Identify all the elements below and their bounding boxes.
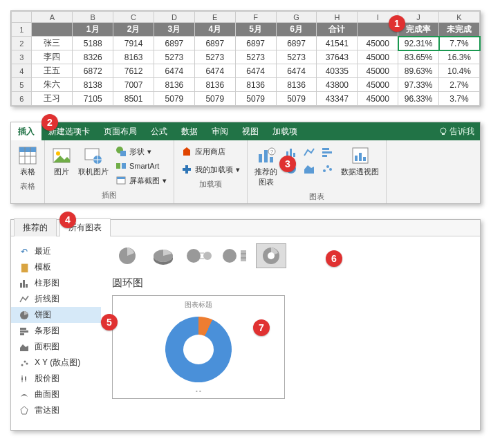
- cell[interactable]: 8163: [113, 50, 154, 64]
- cell[interactable]: 5079: [154, 92, 195, 106]
- cell[interactable]: 6474: [154, 64, 195, 78]
- cell[interactable]: 10.4%: [439, 64, 480, 78]
- screenshot-button[interactable]: 屏幕截图▾: [114, 174, 168, 187]
- cell[interactable]: 3月: [154, 23, 195, 37]
- cell[interactable]: 合计: [317, 23, 358, 37]
- tab-recommended-charts[interactable]: 推荐的: [14, 218, 57, 236]
- pivot-chart-button[interactable]: 数据透视图: [340, 144, 380, 178]
- tab-layout[interactable]: 页面布局: [97, 122, 144, 140]
- pictures-button[interactable]: 图片: [50, 144, 73, 178]
- cell[interactable]: 40335: [317, 64, 358, 78]
- scatter-chart-button[interactable]: [319, 161, 335, 176]
- cell[interactable]: 5079: [235, 92, 276, 106]
- cell[interactable]: 8136: [276, 78, 317, 92]
- cell[interactable]: 王五: [32, 64, 73, 78]
- cell-selected[interactable]: 92.31%: [398, 37, 439, 50]
- cell[interactable]: 8136: [194, 78, 235, 92]
- cell[interactable]: 5273: [194, 50, 235, 64]
- tab-addins[interactable]: 加载项: [266, 122, 304, 140]
- tables-button[interactable]: 表格: [17, 144, 39, 178]
- cell[interactable]: 7914: [113, 37, 154, 50]
- tab-data[interactable]: 数据: [174, 122, 205, 140]
- sidebar-item-area[interactable]: 面积图: [11, 339, 101, 355]
- cell[interactable]: 6872: [73, 64, 113, 78]
- cell[interactable]: 6月: [276, 23, 317, 37]
- cell[interactable]: 96.33%: [398, 92, 439, 106]
- cell[interactable]: 45000: [358, 78, 398, 92]
- cell[interactable]: 43800: [317, 78, 358, 92]
- cell[interactable]: 37643: [317, 50, 358, 64]
- cell[interactable]: [32, 23, 73, 37]
- cell[interactable]: 8136: [154, 78, 195, 92]
- line-chart-button[interactable]: [301, 144, 317, 160]
- cell[interactable]: 5273: [235, 50, 276, 64]
- col-header[interactable]: C: [113, 12, 154, 23]
- subtype-pie-of-pie[interactable]: [184, 243, 214, 268]
- sidebar-item-recent[interactable]: ↶最近: [11, 243, 101, 259]
- smartart-button[interactable]: SmartArt: [114, 159, 168, 173]
- cell[interactable]: 7007: [113, 78, 154, 92]
- cell[interactable]: 5079: [276, 92, 317, 106]
- cell[interactable]: 6897: [235, 37, 276, 50]
- tab-formula[interactable]: 公式: [144, 122, 174, 140]
- tell-me[interactable]: 告诉我: [434, 126, 480, 138]
- subtype-doughnut[interactable]: [256, 243, 286, 268]
- cell[interactable]: 5079: [194, 92, 235, 106]
- cell[interactable]: 王习: [32, 92, 73, 106]
- cell[interactable]: 7612: [113, 64, 154, 78]
- col-header[interactable]: D: [154, 12, 195, 23]
- cell[interactable]: 2月: [113, 23, 154, 37]
- tab-view[interactable]: 视图: [235, 122, 266, 140]
- row-header[interactable]: 5: [12, 78, 32, 92]
- cell[interactable]: 5273: [154, 50, 195, 64]
- row-header[interactable]: 2: [12, 37, 32, 50]
- row-header[interactable]: 3: [12, 50, 32, 64]
- cell[interactable]: 未完成: [439, 23, 480, 37]
- cell[interactable]: 45000: [358, 50, 398, 64]
- select-all-corner[interactable]: [12, 12, 32, 23]
- cell[interactable]: 6474: [194, 64, 235, 78]
- row-header[interactable]: 6: [12, 92, 32, 106]
- col-header[interactable]: H: [317, 12, 358, 23]
- cell[interactable]: 5188: [73, 37, 113, 50]
- cell[interactable]: 8138: [73, 78, 113, 92]
- area-chart-button[interactable]: [301, 161, 317, 176]
- subtype-bar-of-pie[interactable]: [220, 243, 250, 268]
- tab-review[interactable]: 审阅: [205, 122, 235, 140]
- shapes-button[interactable]: 形状▾: [114, 144, 168, 158]
- cell[interactable]: 朱六: [32, 78, 73, 92]
- cell[interactable]: 83.65%: [398, 50, 439, 64]
- cell[interactable]: 7105: [73, 92, 113, 106]
- cell[interactable]: 6474: [235, 64, 276, 78]
- sidebar-item-radar[interactable]: 雷达图: [11, 402, 101, 418]
- subtype-3d-pie[interactable]: [148, 243, 178, 268]
- col-header[interactable]: E: [194, 12, 235, 23]
- cell[interactable]: 3.7%: [439, 92, 480, 106]
- cell[interactable]: 6474: [276, 64, 317, 78]
- sidebar-item-surface[interactable]: 曲面图: [11, 386, 101, 402]
- cell[interactable]: 5月: [235, 23, 276, 37]
- sidebar-item-stock[interactable]: 股价图: [11, 371, 101, 386]
- cell[interactable]: 45000: [358, 64, 398, 78]
- cell[interactable]: 43347: [317, 92, 358, 106]
- col-header[interactable]: K: [439, 12, 480, 23]
- cell[interactable]: 8501: [113, 92, 154, 106]
- cell[interactable]: 5273: [276, 50, 317, 64]
- tab-insert[interactable]: 插入: [11, 122, 41, 140]
- sidebar-item-column[interactable]: 柱形图: [11, 275, 101, 291]
- store-button[interactable]: 应用商店: [180, 144, 241, 158]
- cell[interactable]: 1月: [73, 23, 113, 37]
- cell[interactable]: 6897: [276, 37, 317, 50]
- cell[interactable]: 45000: [358, 92, 398, 106]
- col-header[interactable]: B: [73, 12, 113, 23]
- sidebar-item-pie[interactable]: 饼图: [11, 307, 101, 323]
- sidebar-item-templates[interactable]: ▇模板: [11, 259, 101, 275]
- subtype-pie[interactable]: [112, 243, 142, 268]
- online-pictures-button[interactable]: 联机图片: [77, 144, 110, 178]
- row-header[interactable]: 1: [12, 23, 32, 37]
- cell[interactable]: 97.33%: [398, 78, 439, 92]
- cell[interactable]: 41541: [317, 37, 358, 50]
- my-addins-button[interactable]: 我的加载项▾: [180, 162, 241, 176]
- chart-preview[interactable]: 图表标题 • •: [112, 295, 285, 399]
- cell[interactable]: 6897: [194, 37, 235, 50]
